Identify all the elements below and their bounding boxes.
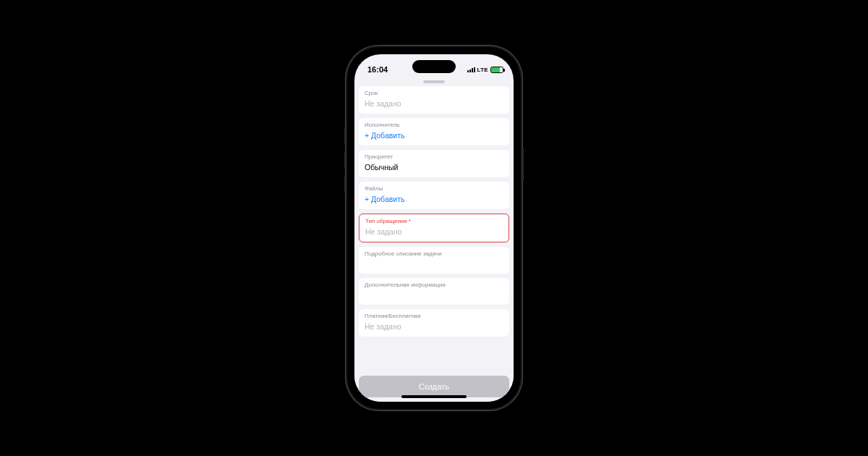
field-label: Дополнительная информация xyxy=(365,281,503,290)
field-value xyxy=(365,259,503,269)
add-file-link[interactable]: + Добавить xyxy=(365,194,503,205)
dynamic-island xyxy=(412,60,456,73)
stage: 16:04 LTE Срок Не задано Исполнитель xyxy=(0,0,868,456)
field-value: Обычный xyxy=(365,162,503,173)
field-label: Файлы xyxy=(365,185,503,193)
field-value: Не задано xyxy=(365,321,503,332)
field-label: Исполнитель xyxy=(365,121,503,130)
create-button[interactable]: Создать xyxy=(359,376,509,397)
field-value: Не задано xyxy=(365,227,503,237)
field-value xyxy=(365,290,503,300)
field-files[interactable]: Файлы + Добавить xyxy=(359,182,509,209)
field-request-type[interactable]: Тип обращения * Не задано xyxy=(359,214,509,242)
field-extra-info[interactable]: Дополнительная информация xyxy=(359,278,509,305)
field-label: Срок xyxy=(365,89,503,98)
add-assignee-link[interactable]: + Добавить xyxy=(365,130,503,141)
field-value: Не задано xyxy=(365,98,503,109)
cellular-signal-icon xyxy=(467,67,475,72)
screen: 16:04 LTE Срок Не задано Исполнитель xyxy=(354,54,514,402)
field-label: Платная/Бесплатная xyxy=(365,312,503,321)
status-right: LTE xyxy=(467,67,503,73)
field-label: Тип обращения * xyxy=(365,217,503,226)
create-button-label: Создать xyxy=(419,382,449,391)
field-label: Подробное описание задачи xyxy=(365,250,503,258)
field-priority[interactable]: Приоритет Обычный xyxy=(359,150,509,177)
form: Срок Не задано Исполнитель + Добавить Пр… xyxy=(354,83,514,370)
phone-frame: 16:04 LTE Срок Не задано Исполнитель xyxy=(347,47,521,409)
field-description[interactable]: Подробное описание задачи xyxy=(359,247,509,274)
network-label: LTE xyxy=(477,67,488,73)
field-paid[interactable]: Платная/Бесплатная Не задано xyxy=(359,309,509,337)
battery-icon xyxy=(490,67,503,73)
home-indicator[interactable] xyxy=(401,395,467,398)
field-assignee[interactable]: Исполнитель + Добавить xyxy=(359,118,509,145)
field-deadline[interactable]: Срок Не задано xyxy=(359,86,509,114)
field-label: Приоритет xyxy=(365,153,503,161)
status-time: 16:04 xyxy=(367,65,388,74)
